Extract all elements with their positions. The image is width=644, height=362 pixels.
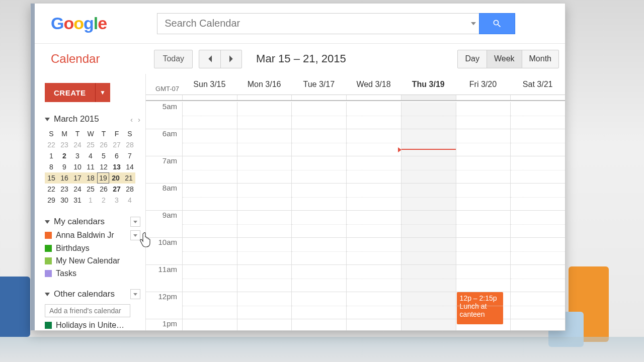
mini-date[interactable]: 28 [123,184,136,195]
app-title[interactable]: Calendar [51,52,100,66]
grid-body[interactable]: 5am6am7am8am9am10am11am12pm12p – 2:15pLu… [146,102,565,330]
mini-date[interactable]: 26 [97,139,110,150]
grid-cell[interactable] [182,211,237,237]
mini-date[interactable]: 6 [110,150,123,161]
calendar-item[interactable]: Tasks [45,269,140,278]
mini-date[interactable]: 10 [71,161,84,172]
add-friend-input[interactable] [45,304,130,317]
mini-date[interactable]: 29 [45,195,58,206]
prev-button[interactable] [199,50,220,68]
mini-date[interactable]: 4 [84,150,97,161]
grid-cell[interactable] [346,319,401,330]
mini-prev[interactable]: ‹ [130,115,133,124]
grid-cell[interactable] [401,292,456,319]
mini-date[interactable]: 11 [84,161,97,172]
grid-cell[interactable] [237,129,292,156]
grid-cell[interactable] [237,156,292,183]
view-day[interactable]: Day [458,50,486,68]
grid-cell[interactable] [456,238,511,264]
grid-cell[interactable] [237,102,292,129]
grid-cell[interactable] [510,129,565,156]
mini-date[interactable]: 4 [123,195,136,206]
day-header[interactable]: Fri 3/20 [456,74,511,95]
grid-cell[interactable] [346,129,401,156]
grid-cell[interactable] [456,184,511,210]
grid-cell[interactable] [182,238,237,264]
other-calendars-menu[interactable] [130,289,140,299]
mini-calendar-header[interactable]: March 2015 ‹ › [45,114,140,124]
grid-cell[interactable] [291,102,346,129]
today-button[interactable]: Today [154,50,193,68]
calendar-item[interactable]: Anna Baldwin Jr [45,230,140,240]
grid-cell[interactable] [346,238,401,264]
grid-cell[interactable]: 12p – 2:15pLunch at canteen [456,292,511,319]
mini-date[interactable]: 28 [123,139,136,150]
grid-cell[interactable] [510,102,565,129]
grid-cell[interactable] [401,184,456,210]
grid-cell[interactable] [237,184,292,210]
mini-date[interactable]: 30 [58,195,71,206]
mini-date[interactable]: 2 [58,150,71,161]
grid-cell[interactable] [401,265,456,292]
mini-date[interactable]: 27 [110,184,123,195]
create-dropdown[interactable]: ▼ [95,83,110,102]
grid-cell[interactable] [182,102,237,129]
mini-date[interactable]: 3 [71,150,84,161]
grid-cell[interactable] [510,156,565,183]
grid-cell[interactable] [237,319,292,330]
mini-date[interactable]: 25 [84,184,97,195]
my-calendars-menu[interactable] [130,217,140,227]
grid-cell[interactable] [346,292,401,319]
grid-cell[interactable] [346,102,401,129]
mini-date[interactable]: 23 [58,184,71,195]
view-month[interactable]: Month [522,50,558,68]
mini-date[interactable]: 5 [97,150,110,161]
mini-date[interactable]: 27 [110,139,123,150]
mini-date[interactable]: 17 [71,172,84,184]
mini-date[interactable]: 14 [123,161,136,172]
grid-cell[interactable] [291,238,346,264]
grid-cell[interactable] [510,184,565,210]
mini-date[interactable]: 23 [58,139,71,150]
view-week[interactable]: Week [487,50,522,68]
mini-date[interactable]: 19 [97,172,109,184]
grid-cell[interactable] [237,238,292,264]
day-header[interactable]: Wed 3/18 [346,74,401,95]
calendar-item[interactable]: Birthdays [45,244,140,253]
grid-cell[interactable] [346,265,401,292]
mini-date[interactable]: 16 [58,172,71,184]
grid-cell[interactable] [291,129,346,156]
calendar-item-menu[interactable] [130,230,140,240]
grid-cell[interactable] [237,292,292,319]
grid-cell[interactable] [456,319,511,330]
mini-date[interactable]: 22 [45,139,58,150]
mini-date[interactable]: 2 [97,195,110,206]
mini-date[interactable]: 22 [45,184,58,195]
day-header[interactable]: Sat 3/21 [510,74,565,95]
grid-cell[interactable] [237,265,292,292]
grid-cell[interactable] [401,156,456,183]
grid-cell[interactable] [291,184,346,210]
grid-cell[interactable] [346,211,401,237]
grid-cell[interactable] [346,184,401,210]
grid-cell[interactable] [401,238,456,264]
grid-cell[interactable] [456,156,511,183]
grid-cell[interactable] [510,238,565,264]
create-button[interactable]: CREATE [45,83,95,102]
mini-date[interactable]: 31 [71,195,84,206]
mini-date[interactable]: 21 [122,172,135,184]
grid-cell[interactable] [182,184,237,210]
calendar-item[interactable]: My New Calendar [45,256,140,265]
grid-cell[interactable] [510,265,565,292]
grid-cell[interactable] [291,319,346,330]
grid-cell[interactable] [510,211,565,237]
day-header[interactable]: Tue 3/17 [291,74,346,95]
mini-date[interactable]: 1 [84,195,97,206]
grid-cell[interactable] [456,102,511,129]
my-calendars-header[interactable]: My calendars [45,217,140,227]
mini-date[interactable]: 24 [71,139,84,150]
grid-cell[interactable] [510,292,565,319]
grid-cell[interactable] [182,292,237,319]
mini-calendar[interactable]: SMTWTFS222324252627281234567891011121314… [45,128,139,206]
calendar-item[interactable]: Holidays in United St… [45,321,140,330]
